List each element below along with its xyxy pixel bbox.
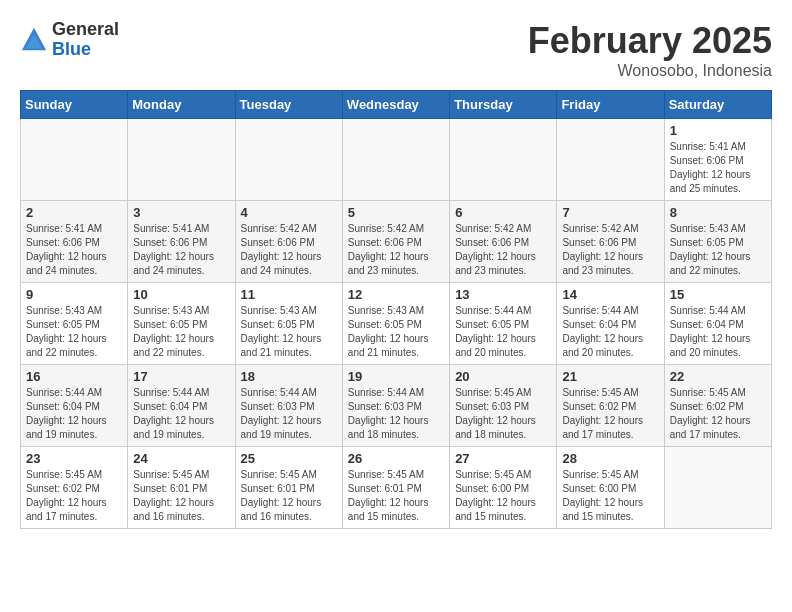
day-info: Sunrise: 5:45 AM Sunset: 6:02 PM Dayligh… xyxy=(562,386,658,442)
week-row-2: 9Sunrise: 5:43 AM Sunset: 6:05 PM Daylig… xyxy=(21,283,772,365)
logo-blue-text: Blue xyxy=(52,40,119,60)
calendar-cell: 7Sunrise: 5:42 AM Sunset: 6:06 PM Daylig… xyxy=(557,201,664,283)
day-info: Sunrise: 5:42 AM Sunset: 6:06 PM Dayligh… xyxy=(455,222,551,278)
weekday-header-tuesday: Tuesday xyxy=(235,91,342,119)
day-number: 20 xyxy=(455,369,551,384)
calendar-cell: 9Sunrise: 5:43 AM Sunset: 6:05 PM Daylig… xyxy=(21,283,128,365)
day-number: 12 xyxy=(348,287,444,302)
day-info: Sunrise: 5:44 AM Sunset: 6:03 PM Dayligh… xyxy=(241,386,337,442)
day-number: 25 xyxy=(241,451,337,466)
day-number: 7 xyxy=(562,205,658,220)
day-number: 5 xyxy=(348,205,444,220)
weekday-header-thursday: Thursday xyxy=(450,91,557,119)
week-row-0: 1Sunrise: 5:41 AM Sunset: 6:06 PM Daylig… xyxy=(21,119,772,201)
calendar-cell: 1Sunrise: 5:41 AM Sunset: 6:06 PM Daylig… xyxy=(664,119,771,201)
day-info: Sunrise: 5:44 AM Sunset: 6:04 PM Dayligh… xyxy=(562,304,658,360)
calendar-cell: 24Sunrise: 5:45 AM Sunset: 6:01 PM Dayli… xyxy=(128,447,235,529)
calendar-cell: 6Sunrise: 5:42 AM Sunset: 6:06 PM Daylig… xyxy=(450,201,557,283)
calendar-cell: 17Sunrise: 5:44 AM Sunset: 6:04 PM Dayli… xyxy=(128,365,235,447)
day-number: 1 xyxy=(670,123,766,138)
day-number: 8 xyxy=(670,205,766,220)
day-info: Sunrise: 5:44 AM Sunset: 6:05 PM Dayligh… xyxy=(455,304,551,360)
calendar-cell: 11Sunrise: 5:43 AM Sunset: 6:05 PM Dayli… xyxy=(235,283,342,365)
logo-icon xyxy=(20,26,48,54)
day-number: 15 xyxy=(670,287,766,302)
weekday-header-sunday: Sunday xyxy=(21,91,128,119)
logo: General Blue xyxy=(20,20,119,60)
calendar-cell xyxy=(21,119,128,201)
calendar-cell: 5Sunrise: 5:42 AM Sunset: 6:06 PM Daylig… xyxy=(342,201,449,283)
calendar-cell: 23Sunrise: 5:45 AM Sunset: 6:02 PM Dayli… xyxy=(21,447,128,529)
day-number: 14 xyxy=(562,287,658,302)
calendar-cell: 25Sunrise: 5:45 AM Sunset: 6:01 PM Dayli… xyxy=(235,447,342,529)
day-number: 22 xyxy=(670,369,766,384)
day-info: Sunrise: 5:44 AM Sunset: 6:04 PM Dayligh… xyxy=(133,386,229,442)
calendar-cell: 10Sunrise: 5:43 AM Sunset: 6:05 PM Dayli… xyxy=(128,283,235,365)
day-number: 3 xyxy=(133,205,229,220)
day-info: Sunrise: 5:43 AM Sunset: 6:05 PM Dayligh… xyxy=(348,304,444,360)
day-number: 6 xyxy=(455,205,551,220)
logo-text: General Blue xyxy=(52,20,119,60)
calendar-cell xyxy=(128,119,235,201)
calendar-cell: 22Sunrise: 5:45 AM Sunset: 6:02 PM Dayli… xyxy=(664,365,771,447)
day-info: Sunrise: 5:41 AM Sunset: 6:06 PM Dayligh… xyxy=(133,222,229,278)
day-info: Sunrise: 5:44 AM Sunset: 6:03 PM Dayligh… xyxy=(348,386,444,442)
calendar-cell: 21Sunrise: 5:45 AM Sunset: 6:02 PM Dayli… xyxy=(557,365,664,447)
week-row-4: 23Sunrise: 5:45 AM Sunset: 6:02 PM Dayli… xyxy=(21,447,772,529)
weekday-header-friday: Friday xyxy=(557,91,664,119)
calendar-cell: 2Sunrise: 5:41 AM Sunset: 6:06 PM Daylig… xyxy=(21,201,128,283)
day-info: Sunrise: 5:41 AM Sunset: 6:06 PM Dayligh… xyxy=(26,222,122,278)
calendar-cell: 27Sunrise: 5:45 AM Sunset: 6:00 PM Dayli… xyxy=(450,447,557,529)
page-header: General Blue February 2025 Wonosobo, Ind… xyxy=(20,20,772,80)
calendar-cell: 19Sunrise: 5:44 AM Sunset: 6:03 PM Dayli… xyxy=(342,365,449,447)
day-number: 9 xyxy=(26,287,122,302)
day-info: Sunrise: 5:42 AM Sunset: 6:06 PM Dayligh… xyxy=(348,222,444,278)
logo-general-text: General xyxy=(52,20,119,40)
day-info: Sunrise: 5:42 AM Sunset: 6:06 PM Dayligh… xyxy=(241,222,337,278)
day-number: 10 xyxy=(133,287,229,302)
calendar-cell: 3Sunrise: 5:41 AM Sunset: 6:06 PM Daylig… xyxy=(128,201,235,283)
month-title: February 2025 xyxy=(528,20,772,62)
calendar-cell: 16Sunrise: 5:44 AM Sunset: 6:04 PM Dayli… xyxy=(21,365,128,447)
week-row-1: 2Sunrise: 5:41 AM Sunset: 6:06 PM Daylig… xyxy=(21,201,772,283)
calendar-cell xyxy=(342,119,449,201)
weekday-header-row: SundayMondayTuesdayWednesdayThursdayFrid… xyxy=(21,91,772,119)
day-info: Sunrise: 5:45 AM Sunset: 6:02 PM Dayligh… xyxy=(26,468,122,524)
calendar-cell: 18Sunrise: 5:44 AM Sunset: 6:03 PM Dayli… xyxy=(235,365,342,447)
week-row-3: 16Sunrise: 5:44 AM Sunset: 6:04 PM Dayli… xyxy=(21,365,772,447)
calendar-cell: 12Sunrise: 5:43 AM Sunset: 6:05 PM Dayli… xyxy=(342,283,449,365)
calendar-cell: 26Sunrise: 5:45 AM Sunset: 6:01 PM Dayli… xyxy=(342,447,449,529)
weekday-header-saturday: Saturday xyxy=(664,91,771,119)
calendar-cell xyxy=(557,119,664,201)
day-number: 24 xyxy=(133,451,229,466)
calendar-cell: 15Sunrise: 5:44 AM Sunset: 6:04 PM Dayli… xyxy=(664,283,771,365)
day-number: 28 xyxy=(562,451,658,466)
day-info: Sunrise: 5:45 AM Sunset: 6:01 PM Dayligh… xyxy=(133,468,229,524)
weekday-header-monday: Monday xyxy=(128,91,235,119)
day-number: 2 xyxy=(26,205,122,220)
calendar-table: SundayMondayTuesdayWednesdayThursdayFrid… xyxy=(20,90,772,529)
day-number: 17 xyxy=(133,369,229,384)
location: Wonosobo, Indonesia xyxy=(528,62,772,80)
day-info: Sunrise: 5:45 AM Sunset: 6:02 PM Dayligh… xyxy=(670,386,766,442)
day-info: Sunrise: 5:44 AM Sunset: 6:04 PM Dayligh… xyxy=(670,304,766,360)
title-block: February 2025 Wonosobo, Indonesia xyxy=(528,20,772,80)
day-info: Sunrise: 5:43 AM Sunset: 6:05 PM Dayligh… xyxy=(670,222,766,278)
day-number: 18 xyxy=(241,369,337,384)
day-number: 23 xyxy=(26,451,122,466)
day-info: Sunrise: 5:45 AM Sunset: 6:01 PM Dayligh… xyxy=(241,468,337,524)
day-number: 13 xyxy=(455,287,551,302)
day-number: 11 xyxy=(241,287,337,302)
day-number: 4 xyxy=(241,205,337,220)
day-info: Sunrise: 5:44 AM Sunset: 6:04 PM Dayligh… xyxy=(26,386,122,442)
day-info: Sunrise: 5:41 AM Sunset: 6:06 PM Dayligh… xyxy=(670,140,766,196)
day-number: 16 xyxy=(26,369,122,384)
day-info: Sunrise: 5:45 AM Sunset: 6:00 PM Dayligh… xyxy=(562,468,658,524)
day-info: Sunrise: 5:43 AM Sunset: 6:05 PM Dayligh… xyxy=(26,304,122,360)
day-info: Sunrise: 5:45 AM Sunset: 6:03 PM Dayligh… xyxy=(455,386,551,442)
calendar-cell xyxy=(664,447,771,529)
day-info: Sunrise: 5:42 AM Sunset: 6:06 PM Dayligh… xyxy=(562,222,658,278)
day-info: Sunrise: 5:45 AM Sunset: 6:01 PM Dayligh… xyxy=(348,468,444,524)
calendar-cell xyxy=(450,119,557,201)
calendar-cell: 13Sunrise: 5:44 AM Sunset: 6:05 PM Dayli… xyxy=(450,283,557,365)
